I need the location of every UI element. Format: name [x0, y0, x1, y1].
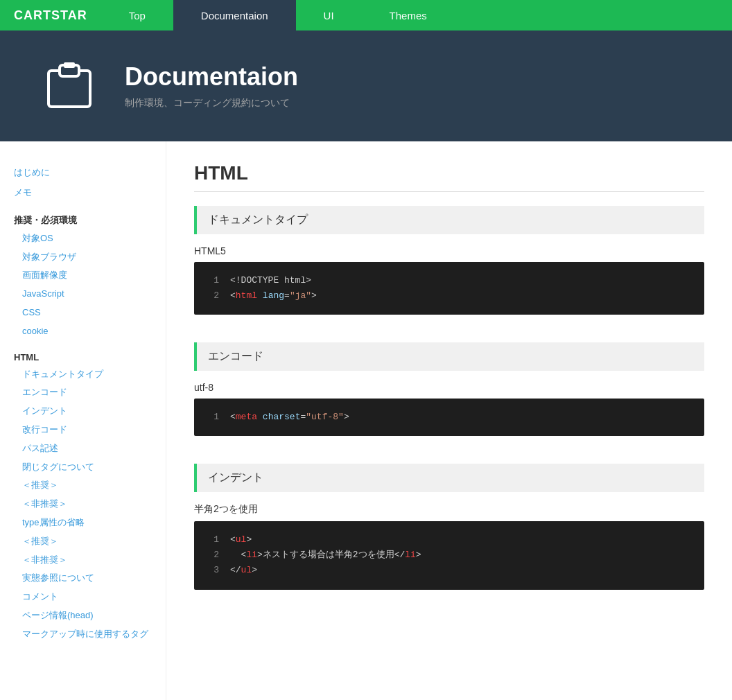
nav-item-top[interactable]: Top	[101, 0, 173, 30]
sidebar-item-recommended-1[interactable]: ＜推奨＞	[14, 476, 152, 495]
sidebar-item-newline[interactable]: 改行コード	[14, 421, 152, 439]
code-line-1: 1 <ul>	[208, 532, 690, 548]
hero-text: Documentaion 制作環境、コーディング規約について	[125, 62, 298, 110]
sub-label-indent: 半角2つを使用	[194, 503, 704, 516]
hero-section: Documentaion 制作環境、コーディング規約について	[0, 30, 732, 141]
sidebar: はじめに メモ 推奨・必須環境 対象OS 対象ブラウザ 画面解像度 JavaSc…	[0, 141, 166, 700]
code-text: </ul>	[230, 563, 690, 578]
sidebar-item-recommended-2[interactable]: ＜推奨＞	[14, 532, 152, 551]
page-title: HTML	[194, 162, 704, 192]
sidebar-item-indent[interactable]: インデント	[14, 402, 152, 421]
sidebar-item-css[interactable]: CSS	[14, 304, 152, 322]
code-line-1: 1 <!DOCTYPE html>	[208, 273, 690, 288]
sub-label-doctype: HTML5	[194, 245, 704, 256]
section-encode: エンコード utf-8 1 <meta charset="utf-8">	[194, 342, 704, 436]
code-line-1: 1 <meta charset="utf-8">	[208, 410, 690, 425]
section-header-doctype: ドキュメントタイプ	[194, 206, 704, 234]
hero-subtitle: 制作環境、コーディング規約について	[125, 97, 298, 110]
code-text: <ul>	[230, 532, 690, 548]
section-title-encode: エンコード	[208, 349, 263, 364]
nav-item-ui[interactable]: UI	[296, 0, 362, 30]
sidebar-item-javascript[interactable]: JavaScript	[14, 285, 152, 304]
navbar: CARTSTAR Top Documentaion UI Themes	[0, 0, 732, 30]
sidebar-item-page-info[interactable]: ページ情報(head)	[14, 606, 152, 625]
sidebar-item-not-recommended-2[interactable]: ＜非推奨＞	[14, 551, 152, 570]
sidebar-item-type-omit[interactable]: type属性の省略	[14, 514, 152, 532]
sidebar-item-hajimeni[interactable]: はじめに	[14, 162, 152, 182]
code-block-indent: 1 <ul> 2 <li>ネストする場合は半角2つを使用</li> 3 </ul…	[194, 521, 704, 589]
sidebar-item-resolution[interactable]: 画面解像度	[14, 266, 152, 285]
section-header-encode: エンコード	[194, 342, 704, 371]
code-block-encode: 1 <meta charset="utf-8">	[194, 399, 704, 436]
sidebar-item-encode[interactable]: エンコード	[14, 383, 152, 402]
sidebar-item-cookie[interactable]: cookie	[14, 322, 152, 341]
sidebar-item-os[interactable]: 対象OS	[14, 229, 152, 248]
section-doctype: ドキュメントタイプ HTML5 1 <!DOCTYPE html> 2 <htm…	[194, 206, 704, 315]
sidebar-item-entity-ref[interactable]: 実態参照について	[14, 569, 152, 588]
code-text: <meta charset="utf-8">	[230, 410, 690, 425]
code-text: <li>ネストする場合は半角2つを使用</li>	[230, 548, 690, 563]
nav-item-themes[interactable]: Themes	[362, 0, 455, 30]
sidebar-item-browser[interactable]: 対象ブラウザ	[14, 248, 152, 267]
line-num: 1	[208, 273, 219, 288]
line-num: 3	[208, 563, 219, 578]
sidebar-section-html: HTML	[14, 352, 152, 362]
sidebar-item-not-recommended-1[interactable]: ＜非推奨＞	[14, 495, 152, 514]
logo[interactable]: CARTSTAR	[0, 0, 101, 30]
sidebar-item-path[interactable]: パス記述	[14, 439, 152, 458]
section-indent: インデント 半角2つを使用 1 <ul> 2 <li>ネストする場合は半角2つを…	[194, 464, 704, 589]
sidebar-item-comment[interactable]: コメント	[14, 588, 152, 606]
section-title-indent: インデント	[208, 471, 263, 485]
line-num: 2	[208, 548, 219, 563]
sidebar-item-doctype[interactable]: ドキュメントタイプ	[14, 365, 152, 384]
svg-rect-2	[64, 62, 75, 68]
hero-title: Documentaion	[125, 62, 298, 91]
code-line-2: 2 <li>ネストする場合は半角2つを使用</li>	[208, 548, 690, 563]
line-num: 1	[208, 532, 219, 548]
line-num: 1	[208, 410, 219, 425]
code-text: <!DOCTYPE html>	[230, 273, 690, 288]
line-num: 2	[208, 288, 219, 304]
code-text: <html lang="ja">	[230, 288, 690, 304]
section-header-indent: インデント	[194, 464, 704, 492]
sidebar-section-environment: 推奨・必須環境	[14, 214, 152, 227]
code-line-3: 3 </ul>	[208, 563, 690, 578]
hero-icon	[42, 58, 97, 114]
main-content: HTML ドキュメントタイプ HTML5 1 <!DOCTYPE html> 2…	[166, 141, 732, 700]
nav-item-documentaion[interactable]: Documentaion	[173, 0, 296, 30]
sub-label-encode: utf-8	[194, 382, 704, 393]
content-layout: はじめに メモ 推奨・必須環境 対象OS 対象ブラウザ 画面解像度 JavaSc…	[0, 141, 732, 700]
code-line-2: 2 <html lang="ja">	[208, 288, 690, 304]
sidebar-item-memo[interactable]: メモ	[14, 182, 152, 202]
section-title-doctype: ドキュメントタイプ	[208, 213, 308, 227]
code-block-doctype: 1 <!DOCTYPE html> 2 <html lang="ja">	[194, 262, 704, 315]
sidebar-item-closing-tag[interactable]: 閉じタグについて	[14, 458, 152, 477]
nav-items: Top Documentaion UI Themes	[101, 0, 455, 30]
sidebar-item-markup-tags[interactable]: マークアップ時に使用するタグ	[14, 625, 152, 644]
